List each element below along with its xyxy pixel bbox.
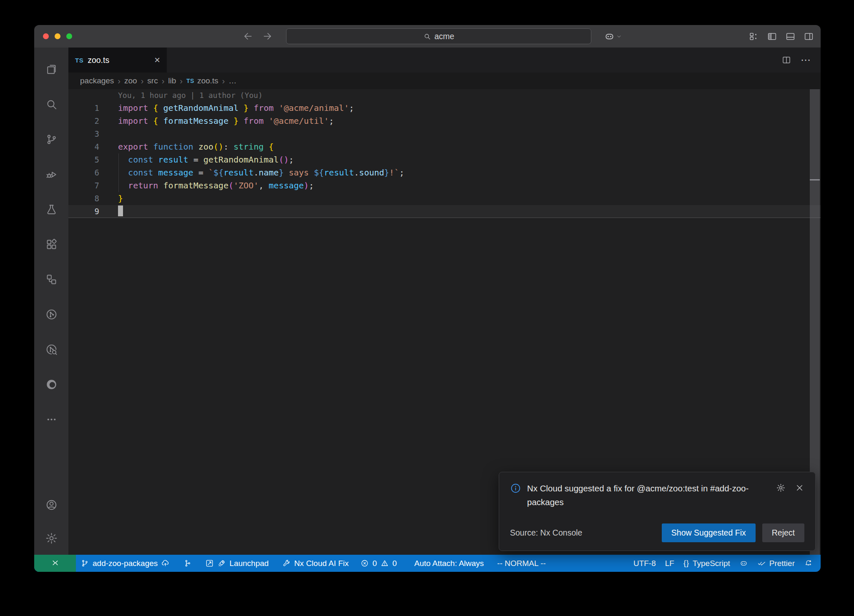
code-line-2[interactable]: 2import { formatMessage } from '@acme/ut… <box>68 115 821 128</box>
activity-item-search[interactable] <box>34 87 68 122</box>
indent-guide <box>118 153 119 192</box>
breadcrumb-label: zoo <box>124 76 137 85</box>
activity-item-testing[interactable] <box>34 192 68 227</box>
breadcrumb-label: … <box>229 76 236 85</box>
breadcrumb-label: packages <box>80 76 114 85</box>
back-icon[interactable] <box>243 31 254 42</box>
activity-item-nx-graph[interactable] <box>34 297 68 332</box>
toggle-panel-icon[interactable] <box>785 31 796 42</box>
activity-item-explorer[interactable] <box>34 52 68 87</box>
close-window-button[interactable] <box>43 33 49 39</box>
status-git-branch[interactable]: add-zoo-packages <box>76 555 174 572</box>
activity-item-extensions[interactable] <box>34 227 68 262</box>
breadcrumb-separator-icon: › <box>162 76 165 86</box>
status-auto-attach[interactable]: Auto Attach: Always <box>409 555 488 572</box>
command-center[interactable]: acme <box>286 28 591 44</box>
breadcrumb-item-zoo[interactable]: zoo <box>124 76 137 85</box>
close-tab-icon[interactable]: × <box>154 55 160 65</box>
breadcrumb-item--[interactable]: … <box>229 76 236 85</box>
activity-item-edge-browser[interactable] <box>34 367 68 402</box>
typescript-file-icon: TS <box>186 78 194 84</box>
line-number: 9 <box>68 205 99 218</box>
nx-console-icon <box>45 273 58 286</box>
activity-item-source-control[interactable] <box>34 122 68 157</box>
error-icon <box>360 559 369 568</box>
status-eol[interactable]: LF <box>661 555 679 572</box>
code-line-4[interactable]: 4export function zoo(): string { <box>68 140 821 153</box>
breadcrumb-separator-icon: › <box>222 76 225 86</box>
status-vim-mode[interactable]: -- NORMAL -- <box>492 555 550 572</box>
code-line-1[interactable]: 1import { getRandomAnimal } from '@acme/… <box>68 102 821 115</box>
breadcrumb-label: src <box>147 76 158 85</box>
block-cursor <box>118 205 123 216</box>
source-control-icon <box>45 133 58 146</box>
status-nx-cloud-ai-fix[interactable]: Nx Cloud AI Fix <box>277 555 353 572</box>
code-content: const result = getRandomAnimal(); <box>118 153 294 166</box>
status-copilot-status[interactable] <box>735 555 753 572</box>
typescript-file-icon: TS <box>75 57 83 64</box>
split-editor-icon[interactable] <box>781 55 791 65</box>
breadcrumb-item-src[interactable]: src <box>147 76 158 85</box>
tab-zoo-ts[interactable]: TS zoo.ts × <box>68 48 167 73</box>
notification-close-icon[interactable] <box>795 483 804 493</box>
code-content: return formatMessage('ZOO', message); <box>118 179 314 192</box>
code-line-9[interactable]: 9 <box>68 205 821 218</box>
more-actions-icon[interactable]: ⋯ <box>801 54 811 66</box>
status-label: Launchpad <box>229 559 269 568</box>
code-line-3[interactable]: 3 <box>68 128 821 140</box>
settings-gear-icon <box>45 532 58 545</box>
status-label: Auto Attach: Always <box>414 559 484 568</box>
line-number: 4 <box>68 140 99 153</box>
status-language[interactable]: {}TypeScript <box>679 555 735 572</box>
code-line-7[interactable]: 7 return formatMessage('ZOO', message); <box>68 179 821 192</box>
breadcrumb-item-zoo-ts[interactable]: TSzoo.ts <box>186 76 219 85</box>
status-label: Nx Cloud AI Fix <box>294 559 349 568</box>
breadcrumb-separator-icon: › <box>180 76 183 86</box>
status-git-graph[interactable] <box>178 555 196 572</box>
code-line-5[interactable]: 5 const result = getRandomAnimal(); <box>68 153 821 166</box>
git-branch-icon <box>80 559 89 568</box>
notification-settings-gear-icon[interactable] <box>776 483 786 493</box>
status-prettier[interactable]: Prettier <box>753 555 799 572</box>
activity-item-nx-graph-search[interactable] <box>34 332 68 367</box>
vscode-window: acme TS zoo.ts × <box>34 25 821 572</box>
copilot-icon <box>604 31 615 42</box>
activity-item-nx-console[interactable] <box>34 262 68 297</box>
info-icon <box>510 483 521 494</box>
show-suggested-fix-button[interactable]: Show Suggested Fix <box>662 523 756 542</box>
activity-item-more[interactable] <box>34 402 68 437</box>
status-problems[interactable]: 00 <box>356 555 401 572</box>
breadcrumb-separator-icon: › <box>141 76 144 86</box>
search-icon <box>45 98 58 111</box>
copilot-menu-button[interactable] <box>604 25 622 48</box>
status-notifications-bell[interactable] <box>799 555 817 572</box>
history-nav <box>243 25 273 48</box>
reject-button[interactable]: Reject <box>762 523 804 542</box>
code-line-8[interactable]: 8} <box>68 192 821 205</box>
status-encoding[interactable]: UTF-8 <box>629 555 661 572</box>
code-line-6[interactable]: 6 const message = `${result.name} says $… <box>68 166 821 179</box>
git-blame-annotation: You, 1 hour ago | 1 author (You) <box>118 89 821 102</box>
line-number: 3 <box>68 128 99 140</box>
forward-icon[interactable] <box>262 31 273 42</box>
line-number: 5 <box>68 153 99 166</box>
toggle-sidebar-left-icon[interactable] <box>767 31 777 42</box>
activity-item-settings-gear[interactable] <box>34 521 68 555</box>
overview-ruler-cursor-mark <box>810 179 820 180</box>
activity-item-account[interactable] <box>34 488 68 521</box>
minimize-window-button[interactable] <box>55 33 60 39</box>
zoom-window-button[interactable] <box>66 33 72 39</box>
customize-layout-icon[interactable] <box>749 31 759 42</box>
breadcrumb-item-lib[interactable]: lib <box>168 76 176 85</box>
status-launchpad[interactable]: Launchpad <box>201 555 273 572</box>
status-remote-indicator[interactable] <box>34 555 76 572</box>
run-debug-icon <box>45 168 58 181</box>
breadcrumb-item-packages[interactable]: packages <box>80 76 114 85</box>
testing-icon <box>45 203 58 216</box>
layout-controls <box>749 25 814 48</box>
code-content: export function zoo(): string { <box>118 140 274 153</box>
code-content: const message = `${result.name} says ${r… <box>118 166 404 179</box>
activity-item-run-debug[interactable] <box>34 157 68 192</box>
remote-icon <box>50 558 60 568</box>
toggle-sidebar-right-icon[interactable] <box>804 31 814 42</box>
